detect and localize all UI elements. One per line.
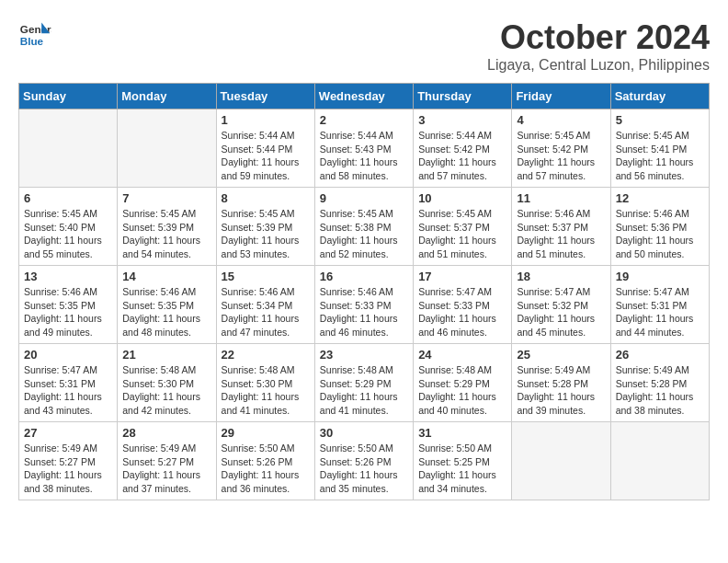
cell-info: Sunrise: 5:44 AM Sunset: 5:42 PM Dayligh… — [418, 129, 506, 183]
calendar-cell — [19, 109, 118, 188]
cell-info: Sunrise: 5:50 AM Sunset: 5:26 PM Dayligh… — [222, 442, 310, 496]
cell-info: Sunrise: 5:46 AM Sunset: 5:34 PM Dayligh… — [222, 285, 310, 339]
calendar-cell: 9Sunrise: 5:45 AM Sunset: 5:38 PM Daylig… — [314, 188, 413, 266]
day-header-sunday: Sunday — [19, 84, 118, 109]
calendar-cell: 7Sunrise: 5:45 AM Sunset: 5:39 PM Daylig… — [118, 188, 216, 266]
calendar-cell: 16Sunrise: 5:46 AM Sunset: 5:33 PM Dayli… — [314, 266, 413, 344]
calendar-cell: 6Sunrise: 5:45 AM Sunset: 5:40 PM Daylig… — [19, 188, 118, 266]
logo: General Blue — [18, 18, 51, 52]
calendar-cell: 11Sunrise: 5:46 AM Sunset: 5:37 PM Dayli… — [512, 188, 610, 266]
day-header-wednesday: Wednesday — [314, 84, 413, 109]
calendar-cell: 31Sunrise: 5:50 AM Sunset: 5:25 PM Dayli… — [414, 422, 512, 500]
day-number: 16 — [320, 270, 408, 283]
cell-info: Sunrise: 5:44 AM Sunset: 5:44 PM Dayligh… — [222, 129, 310, 183]
calendar-cell: 28Sunrise: 5:49 AM Sunset: 5:27 PM Dayli… — [118, 422, 216, 500]
calendar-cell: 18Sunrise: 5:47 AM Sunset: 5:32 PM Dayli… — [512, 266, 610, 344]
cell-info: Sunrise: 5:48 AM Sunset: 5:29 PM Dayligh… — [418, 363, 506, 418]
cell-info: Sunrise: 5:46 AM Sunset: 5:37 PM Dayligh… — [517, 207, 605, 261]
cell-info: Sunrise: 5:47 AM Sunset: 5:31 PM Dayligh… — [616, 285, 704, 339]
day-number: 28 — [122, 426, 210, 440]
calendar-cell: 10Sunrise: 5:45 AM Sunset: 5:37 PM Dayli… — [414, 188, 512, 266]
day-number: 31 — [418, 426, 506, 440]
calendar-cell: 21Sunrise: 5:48 AM Sunset: 5:30 PM Dayli… — [118, 344, 216, 422]
calendar-cell: 29Sunrise: 5:50 AM Sunset: 5:26 PM Dayli… — [216, 422, 314, 500]
calendar-cell — [610, 422, 709, 500]
cell-info: Sunrise: 5:47 AM Sunset: 5:32 PM Dayligh… — [517, 285, 605, 339]
calendar-cell: 13Sunrise: 5:46 AM Sunset: 5:35 PM Dayli… — [19, 266, 118, 344]
cell-info: Sunrise: 5:45 AM Sunset: 5:38 PM Dayligh… — [320, 207, 408, 261]
calendar-body: 1Sunrise: 5:44 AM Sunset: 5:44 PM Daylig… — [19, 109, 710, 500]
calendar-cell: 12Sunrise: 5:46 AM Sunset: 5:36 PM Dayli… — [610, 188, 709, 266]
week-row-4: 20Sunrise: 5:47 AM Sunset: 5:31 PM Dayli… — [19, 344, 710, 422]
day-header-saturday: Saturday — [610, 84, 709, 109]
day-header-thursday: Thursday — [414, 84, 512, 109]
calendar-cell — [512, 422, 610, 500]
cell-info: Sunrise: 5:45 AM Sunset: 5:39 PM Dayligh… — [122, 207, 210, 261]
day-number: 14 — [122, 270, 210, 283]
cell-info: Sunrise: 5:45 AM Sunset: 5:39 PM Dayligh… — [222, 207, 310, 261]
day-number: 21 — [122, 348, 210, 362]
day-header-friday: Friday — [512, 84, 610, 109]
day-number: 24 — [418, 348, 506, 362]
calendar-cell: 27Sunrise: 5:49 AM Sunset: 5:27 PM Dayli… — [19, 422, 118, 500]
day-number: 20 — [24, 348, 112, 362]
day-number: 17 — [418, 270, 506, 283]
day-number: 5 — [616, 113, 704, 127]
day-number: 8 — [222, 191, 310, 205]
cell-info: Sunrise: 5:45 AM Sunset: 5:37 PM Dayligh… — [418, 207, 506, 261]
day-number: 18 — [517, 270, 605, 283]
cell-info: Sunrise: 5:46 AM Sunset: 5:33 PM Dayligh… — [320, 285, 408, 339]
calendar-cell: 5Sunrise: 5:45 AM Sunset: 5:41 PM Daylig… — [610, 109, 709, 188]
day-number: 4 — [517, 113, 605, 127]
cell-info: Sunrise: 5:46 AM Sunset: 5:35 PM Dayligh… — [122, 285, 210, 339]
cell-info: Sunrise: 5:46 AM Sunset: 5:35 PM Dayligh… — [24, 285, 112, 339]
calendar-cell: 17Sunrise: 5:47 AM Sunset: 5:33 PM Dayli… — [414, 266, 512, 344]
day-number: 11 — [517, 191, 605, 205]
cell-info: Sunrise: 5:46 AM Sunset: 5:36 PM Dayligh… — [616, 207, 704, 261]
location-title: Ligaya, Central Luzon, Philippines — [487, 57, 710, 74]
logo-icon: General Blue — [18, 18, 51, 52]
day-number: 22 — [222, 348, 310, 362]
cell-info: Sunrise: 5:48 AM Sunset: 5:30 PM Dayligh… — [222, 363, 310, 418]
cell-info: Sunrise: 5:49 AM Sunset: 5:27 PM Dayligh… — [24, 442, 112, 496]
cell-info: Sunrise: 5:45 AM Sunset: 5:41 PM Dayligh… — [616, 129, 704, 183]
day-number: 6 — [24, 191, 112, 205]
calendar-cell: 19Sunrise: 5:47 AM Sunset: 5:31 PM Dayli… — [610, 266, 709, 344]
svg-text:Blue: Blue — [20, 35, 44, 47]
calendar-cell: 8Sunrise: 5:45 AM Sunset: 5:39 PM Daylig… — [216, 188, 314, 266]
cell-info: Sunrise: 5:48 AM Sunset: 5:29 PM Dayligh… — [320, 363, 408, 418]
cell-info: Sunrise: 5:47 AM Sunset: 5:31 PM Dayligh… — [24, 363, 112, 418]
day-number: 12 — [616, 191, 704, 205]
week-row-2: 6Sunrise: 5:45 AM Sunset: 5:40 PM Daylig… — [19, 188, 710, 266]
day-number: 7 — [122, 191, 210, 205]
month-title: October 2024 — [487, 18, 710, 57]
calendar-cell: 22Sunrise: 5:48 AM Sunset: 5:30 PM Dayli… — [216, 344, 314, 422]
svg-text:General: General — [20, 23, 51, 35]
calendar-cell: 30Sunrise: 5:50 AM Sunset: 5:26 PM Dayli… — [314, 422, 413, 500]
cell-info: Sunrise: 5:45 AM Sunset: 5:42 PM Dayligh… — [517, 129, 605, 183]
day-number: 3 — [418, 113, 506, 127]
title-block: October 2024 Ligaya, Central Luzon, Phil… — [487, 18, 710, 74]
calendar-cell: 23Sunrise: 5:48 AM Sunset: 5:29 PM Dayli… — [314, 344, 413, 422]
day-number: 10 — [418, 191, 506, 205]
day-number: 9 — [320, 191, 408, 205]
day-number: 19 — [616, 270, 704, 283]
day-header-monday: Monday — [118, 84, 216, 109]
calendar-cell: 20Sunrise: 5:47 AM Sunset: 5:31 PM Dayli… — [19, 344, 118, 422]
calendar-cell: 2Sunrise: 5:44 AM Sunset: 5:43 PM Daylig… — [314, 109, 413, 188]
week-row-5: 27Sunrise: 5:49 AM Sunset: 5:27 PM Dayli… — [19, 422, 710, 500]
day-number: 25 — [517, 348, 605, 362]
calendar-cell: 24Sunrise: 5:48 AM Sunset: 5:29 PM Dayli… — [414, 344, 512, 422]
cell-info: Sunrise: 5:49 AM Sunset: 5:28 PM Dayligh… — [517, 363, 605, 418]
cell-info: Sunrise: 5:49 AM Sunset: 5:27 PM Dayligh… — [122, 442, 210, 496]
calendar-cell: 3Sunrise: 5:44 AM Sunset: 5:42 PM Daylig… — [414, 109, 512, 188]
page-header: General Blue October 2024 Ligaya, Centra… — [18, 18, 710, 74]
day-number: 29 — [222, 426, 310, 440]
day-number: 23 — [320, 348, 408, 362]
cell-info: Sunrise: 5:47 AM Sunset: 5:33 PM Dayligh… — [418, 285, 506, 339]
cell-info: Sunrise: 5:45 AM Sunset: 5:40 PM Dayligh… — [24, 207, 112, 261]
cell-info: Sunrise: 5:49 AM Sunset: 5:28 PM Dayligh… — [616, 363, 704, 418]
day-number: 2 — [320, 113, 408, 127]
cell-info: Sunrise: 5:44 AM Sunset: 5:43 PM Dayligh… — [320, 129, 408, 183]
calendar-cell: 14Sunrise: 5:46 AM Sunset: 5:35 PM Dayli… — [118, 266, 216, 344]
